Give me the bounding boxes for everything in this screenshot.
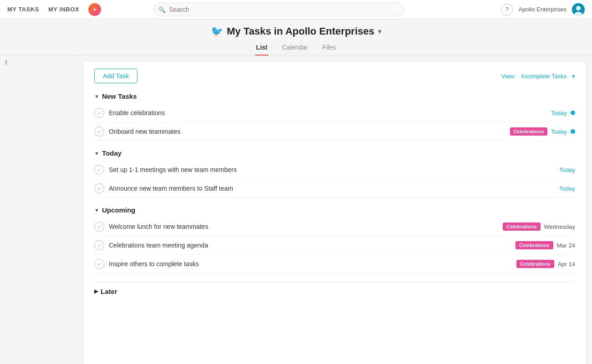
add-task-button[interactable]: Add Task bbox=[94, 69, 138, 83]
task-name-7: Inspire others to complete tasks bbox=[109, 260, 512, 268]
view-value: Incomplete Tasks bbox=[521, 73, 566, 80]
task-check-2[interactable] bbox=[94, 126, 104, 136]
task-row[interactable]: Enable celebrations Today bbox=[94, 104, 575, 122]
task-meta-3: Today bbox=[559, 167, 575, 173]
task-name-4: Announce new team members to Staff team bbox=[109, 185, 555, 192]
task-tag-7: Celebrations bbox=[516, 260, 554, 268]
task-date-3: Today bbox=[559, 167, 575, 173]
task-meta-5: Celebrations Wednesday bbox=[503, 222, 575, 231]
section-header-new-tasks[interactable]: ▼ New Tasks bbox=[94, 92, 575, 100]
task-check-4[interactable] bbox=[94, 183, 104, 193]
task-row[interactable]: Celebrations team meeting agenda Celebra… bbox=[94, 236, 575, 255]
my-inbox-nav[interactable]: MY INBOX bbox=[48, 6, 79, 13]
task-date-5: Wednesday bbox=[544, 223, 575, 230]
task-dot-2 bbox=[571, 129, 575, 134]
tab-files[interactable]: Files bbox=[322, 41, 337, 56]
toolbar: Add Task View: Incomplete Tasks ▾ bbox=[94, 69, 575, 83]
section-upcoming: ▼ Upcoming Welcome lunch for new teammat… bbox=[94, 206, 575, 273]
task-meta-2: Celebrations Today bbox=[510, 127, 575, 136]
view-label: View: bbox=[501, 73, 516, 80]
section-arrow-upcoming: ▼ bbox=[94, 207, 99, 213]
task-name-2: Onboard new teammates bbox=[109, 128, 505, 135]
add-button[interactable]: + bbox=[88, 3, 101, 16]
task-check-5[interactable] bbox=[94, 222, 104, 232]
task-date-7: Apr 14 bbox=[558, 261, 575, 268]
main-content: Add Task View: Incomplete Tasks ▾ ▼ New … bbox=[83, 61, 587, 364]
section-arrow-new-tasks: ▼ bbox=[94, 94, 99, 99]
page-title: 🐦 My Tasks in Apollo Enterprises ▾ bbox=[0, 25, 592, 37]
section-header-later[interactable]: ▶ Later bbox=[94, 282, 575, 298]
task-row[interactable]: Announce new team members to Staff team … bbox=[94, 179, 575, 198]
task-tag-6: Celebrations bbox=[515, 241, 553, 249]
task-dot-1 bbox=[571, 111, 575, 115]
task-check-1[interactable] bbox=[94, 108, 104, 118]
task-meta-1: Today bbox=[551, 110, 575, 116]
task-meta-6: Celebrations Mar 24 bbox=[515, 241, 575, 249]
task-check-6[interactable] bbox=[94, 240, 104, 250]
task-row[interactable]: Onboard new teammates Celebrations Today bbox=[94, 122, 575, 141]
task-tag-5: Celebrations bbox=[503, 222, 541, 231]
page-title-icon: 🐦 bbox=[211, 25, 223, 37]
task-date-6: Mar 24 bbox=[557, 242, 575, 249]
page-tabs: List Calendar Files bbox=[0, 41, 592, 56]
task-name-6: Celebrations team meeting agenda bbox=[109, 242, 511, 249]
task-check-3[interactable] bbox=[94, 165, 104, 175]
task-name-5: Welcome lunch for new teammates bbox=[109, 223, 498, 230]
nav-right: ? Apollo Enterprises bbox=[501, 3, 585, 16]
search-input[interactable] bbox=[154, 3, 404, 16]
page-title-text: My Tasks in Apollo Enterprises bbox=[227, 25, 374, 37]
avatar[interactable] bbox=[572, 3, 585, 16]
section-arrow-later: ▶ bbox=[94, 288, 98, 294]
task-check-7[interactable] bbox=[94, 259, 104, 269]
task-row[interactable]: Inspire others to complete tasks Celebra… bbox=[94, 255, 575, 273]
section-today: ▼ Today Set up 1-1 meetings with new tea… bbox=[94, 149, 575, 198]
task-row[interactable]: Welcome lunch for new teammates Celebrat… bbox=[94, 217, 575, 236]
search-bar: 🔍 bbox=[154, 3, 404, 16]
view-chevron: ▾ bbox=[572, 73, 575, 80]
page-title-chevron[interactable]: ▾ bbox=[378, 28, 381, 35]
page-header: 🐦 My Tasks in Apollo Enterprises ▾ List … bbox=[0, 19, 592, 56]
help-button[interactable]: ? bbox=[501, 4, 513, 15]
task-tag-2: Celebrations bbox=[510, 127, 548, 136]
task-meta-7: Celebrations Apr 14 bbox=[516, 260, 575, 268]
search-icon: 🔍 bbox=[158, 6, 166, 13]
section-header-today[interactable]: ▼ Today bbox=[94, 149, 575, 157]
sidebar-collapse-icon[interactable]: ⬆ bbox=[0, 56, 77, 70]
task-name-1: Enable celebrations bbox=[109, 109, 546, 116]
content-area: ⬆ Add Task View: Incomplete Tasks ▾ ▼ Ne… bbox=[0, 56, 592, 364]
svg-point-1 bbox=[576, 6, 581, 10]
task-date-4: Today bbox=[559, 185, 575, 192]
top-nav: MY TASKS MY INBOX + 🔍 ? Apollo Enterpris… bbox=[0, 0, 592, 19]
task-meta-4: Today bbox=[559, 185, 575, 192]
section-title-upcoming: Upcoming bbox=[102, 206, 135, 214]
task-date-1: Today bbox=[551, 110, 567, 116]
section-title-today: Today bbox=[102, 149, 122, 157]
tab-list[interactable]: List bbox=[255, 41, 268, 56]
section-title-later: Later bbox=[101, 288, 117, 295]
section-title-new-tasks: New Tasks bbox=[102, 92, 137, 100]
org-name: Apollo Enterprises bbox=[518, 6, 566, 13]
section-new-tasks: ▼ New Tasks Enable celebrations Today bbox=[94, 92, 575, 141]
sidebar: ⬆ bbox=[0, 56, 77, 364]
view-selector[interactable]: View: Incomplete Tasks ▾ bbox=[501, 73, 575, 80]
section-arrow-today: ▼ bbox=[94, 151, 99, 156]
section-header-upcoming[interactable]: ▼ Upcoming bbox=[94, 206, 575, 214]
task-date-2: Today bbox=[551, 128, 567, 135]
my-tasks-nav[interactable]: MY TASKS bbox=[7, 6, 39, 13]
task-row[interactable]: Set up 1-1 meetings with new team member… bbox=[94, 161, 575, 179]
task-name-3: Set up 1-1 meetings with new team member… bbox=[109, 166, 555, 173]
tab-calendar[interactable]: Calendar bbox=[281, 41, 309, 56]
